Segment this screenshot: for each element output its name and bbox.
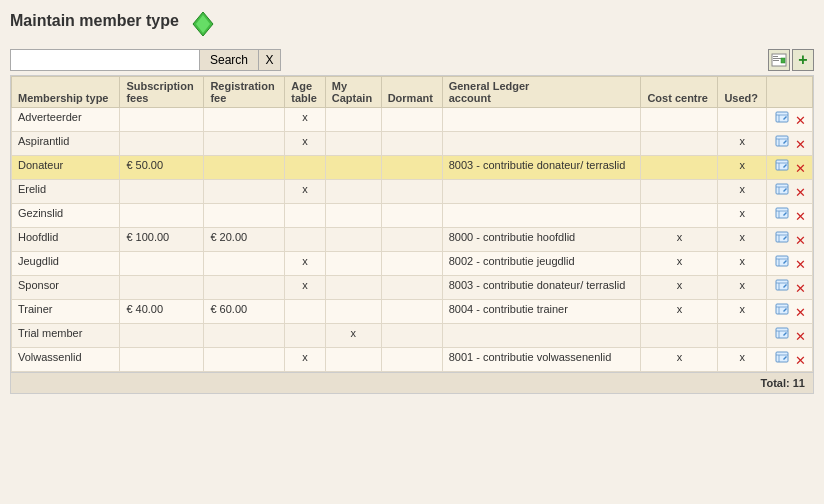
row-actions: ✕ (767, 276, 813, 300)
edit-button[interactable] (775, 185, 793, 200)
table-row: Donateur€ 50.008003 - contributie donate… (12, 156, 813, 180)
search-button[interactable]: Search (200, 49, 259, 71)
col-age-table: Agetable (285, 77, 326, 108)
diamond-icon (189, 10, 217, 41)
col-actions (767, 77, 813, 108)
table-row: Gezinslidx ✕ (12, 204, 813, 228)
table-row: Jeugdlidx8002 - contributie jeugdlidxx ✕ (12, 252, 813, 276)
row-actions: ✕ (767, 300, 813, 324)
svg-rect-3 (773, 56, 778, 57)
edit-button[interactable] (775, 305, 793, 320)
delete-button[interactable]: ✕ (795, 281, 806, 296)
col-cost-centre: Cost centre (641, 77, 718, 108)
row-actions: ✕ (767, 252, 813, 276)
delete-button[interactable]: ✕ (795, 233, 806, 248)
clear-button[interactable]: X (259, 49, 281, 71)
row-actions: ✕ (767, 180, 813, 204)
edit-button[interactable] (775, 329, 793, 344)
delete-button[interactable]: ✕ (795, 329, 806, 344)
search-input[interactable] (10, 49, 200, 71)
row-actions: ✕ (767, 204, 813, 228)
total-count: 11 (793, 377, 805, 389)
add-icon[interactable]: + (792, 49, 814, 71)
row-actions: ✕ (767, 324, 813, 348)
edit-button[interactable] (775, 353, 793, 368)
edit-button[interactable] (775, 209, 793, 224)
table-row: Trial memberx ✕ (12, 324, 813, 348)
delete-button[interactable]: ✕ (795, 209, 806, 224)
table-row: Sponsorx8003 - contributie donateur/ ter… (12, 276, 813, 300)
col-sub-fees: Subscriptionfees (120, 77, 204, 108)
delete-button[interactable]: ✕ (795, 185, 806, 200)
col-used: Used? (718, 77, 767, 108)
row-actions: ✕ (767, 228, 813, 252)
svg-rect-5 (773, 60, 779, 61)
row-actions: ✕ (767, 348, 813, 372)
export-icon[interactable] (768, 49, 790, 71)
table-row: Trainer€ 40.00€ 60.008004 - contributie … (12, 300, 813, 324)
col-gl-account: General Ledgeraccount (442, 77, 641, 108)
delete-button[interactable]: ✕ (795, 305, 806, 320)
svg-rect-4 (773, 58, 781, 59)
col-membership-type: Membership type (12, 77, 120, 108)
edit-button[interactable] (775, 257, 793, 272)
table-row: Aspirantlidxx ✕ (12, 132, 813, 156)
total-row: Total: 11 (11, 372, 813, 393)
delete-button[interactable]: ✕ (795, 353, 806, 368)
row-actions: ✕ (767, 132, 813, 156)
data-table: Membership type Subscriptionfees Registr… (10, 75, 814, 394)
table-row: Erelidxx ✕ (12, 180, 813, 204)
col-reg-fee: Registrationfee (204, 77, 285, 108)
delete-button[interactable]: ✕ (795, 137, 806, 152)
toolbar: Search X + (10, 49, 814, 71)
table-header-row: Membership type Subscriptionfees Registr… (12, 77, 813, 108)
edit-button[interactable] (775, 161, 793, 176)
edit-button[interactable] (775, 113, 793, 128)
delete-button[interactable]: ✕ (795, 161, 806, 176)
total-label: Total: (761, 377, 790, 389)
svg-rect-6 (781, 58, 785, 63)
edit-button[interactable] (775, 137, 793, 152)
delete-button[interactable]: ✕ (795, 257, 806, 272)
col-my-captain: MyCaptain (325, 77, 381, 108)
table-row: Hoofdlid€ 100.00€ 20.008000 - contributi… (12, 228, 813, 252)
col-dormant: Dormant (381, 77, 442, 108)
delete-button[interactable]: ✕ (795, 113, 806, 128)
row-actions: ✕ (767, 108, 813, 132)
edit-button[interactable] (775, 233, 793, 248)
row-actions: ✕ (767, 156, 813, 180)
page-title: Maintain member type (10, 12, 179, 30)
table-row: Volwassenlidx8001 - contributie volwasse… (12, 348, 813, 372)
edit-button[interactable] (775, 281, 793, 296)
table-row: Adverteerderx ✕ (12, 108, 813, 132)
